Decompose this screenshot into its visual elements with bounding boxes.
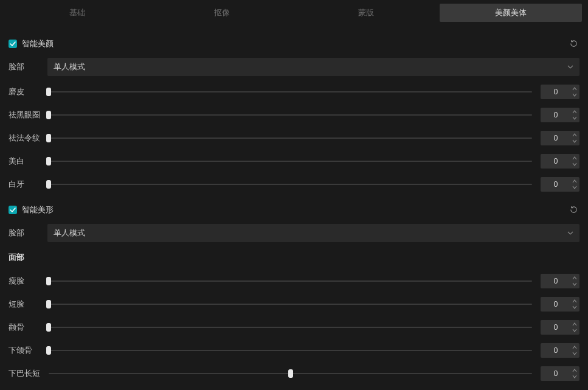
shape-slider-thumb[interactable] bbox=[46, 323, 51, 332]
shape-slider-thumb[interactable] bbox=[46, 346, 51, 355]
face-label-a: 脸部 bbox=[9, 62, 40, 72]
shape-spin-input[interactable]: 0 bbox=[541, 320, 579, 335]
section-title-smart-beauty: 智能美颜 bbox=[22, 38, 54, 49]
shape-slider-row: 下颌骨0 bbox=[9, 343, 579, 358]
shape-slider-thumb[interactable] bbox=[288, 369, 293, 378]
face-label-b: 脸部 bbox=[9, 228, 40, 239]
shape-slider-label: 下颌骨 bbox=[9, 346, 40, 356]
top-tabs: 基础 抠像 蒙版 美颜美体 bbox=[0, 0, 588, 24]
shape-slider-track[interactable] bbox=[49, 373, 532, 374]
shape-slider-track[interactable] bbox=[49, 350, 532, 351]
spin-down-icon[interactable] bbox=[571, 351, 578, 357]
shape-slider-thumb[interactable] bbox=[46, 300, 51, 308]
spin-up-icon[interactable] bbox=[571, 368, 578, 374]
shape-slider-track[interactable] bbox=[49, 304, 532, 305]
spin-down-icon[interactable] bbox=[571, 328, 578, 333]
shape-slider-track[interactable] bbox=[49, 327, 532, 328]
spin-up-icon[interactable] bbox=[571, 322, 578, 327]
smart-beauty-sliders: 磨皮0祛黑眼圈0祛法令纹0美白0白牙0 bbox=[9, 85, 579, 192]
beauty-slider-label: 磨皮 bbox=[9, 87, 40, 97]
smart-shape-checkbox[interactable] bbox=[9, 206, 17, 214]
shape-spin-input[interactable]: 0 bbox=[541, 297, 579, 312]
beauty-slider-label: 美白 bbox=[9, 156, 40, 167]
beauty-slider-thumb[interactable] bbox=[46, 180, 51, 189]
face-mode-select-a[interactable]: 单人模式 bbox=[47, 58, 579, 76]
beauty-slider-track[interactable] bbox=[49, 114, 532, 116]
beauty-slider-track[interactable] bbox=[49, 184, 532, 185]
beauty-slider-track[interactable] bbox=[49, 161, 532, 162]
face-mode-row-b: 脸部 单人模式 bbox=[9, 224, 579, 242]
spin-up-icon[interactable] bbox=[571, 133, 578, 138]
section-title-smart-shape: 智能美形 bbox=[22, 204, 54, 215]
spin-down-icon[interactable] bbox=[571, 139, 578, 144]
chevron-down-icon bbox=[567, 64, 573, 70]
beauty-spin-input[interactable]: 0 bbox=[541, 108, 579, 122]
spin-up-icon[interactable] bbox=[571, 86, 578, 92]
beauty-spin-input[interactable]: 0 bbox=[541, 177, 579, 192]
shape-slider-row: 瘦脸0 bbox=[9, 274, 579, 288]
shape-slider-row: 下巴长短0 bbox=[9, 366, 579, 381]
tab-keying[interactable]: 抠像 bbox=[151, 4, 293, 22]
face-mode-select-b[interactable]: 单人模式 bbox=[47, 224, 579, 242]
spin-up-icon[interactable] bbox=[571, 299, 578, 304]
beauty-slider-thumb[interactable] bbox=[46, 88, 51, 96]
beauty-slider-thumb[interactable] bbox=[46, 111, 51, 119]
beauty-slider-thumb[interactable] bbox=[46, 134, 51, 142]
shape-slider-track[interactable] bbox=[49, 280, 532, 282]
beauty-slider-label: 祛法令纹 bbox=[9, 133, 40, 144]
shape-spin-input[interactable]: 0 bbox=[541, 274, 579, 288]
spin-up-icon[interactable] bbox=[571, 345, 578, 350]
beauty-slider-row: 祛黑眼圈0 bbox=[9, 108, 579, 122]
chevron-down-icon bbox=[567, 230, 573, 236]
beauty-slider-row: 白牙0 bbox=[9, 177, 579, 192]
beauty-spin-input[interactable]: 0 bbox=[541, 154, 579, 169]
spin-down-icon[interactable] bbox=[571, 305, 578, 310]
spin-down-icon[interactable] bbox=[571, 374, 578, 380]
tab-mask[interactable]: 蒙版 bbox=[296, 4, 438, 22]
shape-slider-label: 下巴长短 bbox=[9, 369, 40, 379]
spin-down-icon[interactable] bbox=[571, 116, 578, 121]
spin-up-icon[interactable] bbox=[571, 110, 578, 115]
beauty-slider-label: 白牙 bbox=[9, 179, 40, 190]
smart-shape-sliders: 瘦脸0短脸0颧骨0下颌骨0下巴长短0 bbox=[9, 274, 579, 381]
beauty-slider-row: 磨皮0 bbox=[9, 85, 579, 99]
tab-basic[interactable]: 基础 bbox=[6, 4, 148, 22]
section-smart-beauty-header: 智能美颜 bbox=[9, 38, 579, 49]
shape-slider-label: 瘦脸 bbox=[9, 276, 40, 287]
beauty-slider-row: 祛法令纹0 bbox=[9, 131, 579, 145]
section-smart-shape-header: 智能美形 bbox=[9, 204, 579, 215]
spin-down-icon[interactable] bbox=[571, 92, 578, 98]
reset-icon[interactable] bbox=[568, 204, 579, 215]
smart-beauty-checkbox[interactable] bbox=[9, 40, 17, 48]
face-mode-value-b: 单人模式 bbox=[54, 228, 85, 239]
tab-beauty[interactable]: 美颜美体 bbox=[440, 4, 582, 22]
shape-slider-label: 短脸 bbox=[9, 299, 40, 310]
face-mode-row-a: 脸部 单人模式 bbox=[9, 58, 579, 76]
beauty-spin-input[interactable]: 0 bbox=[541, 85, 579, 99]
shape-spin-input[interactable]: 0 bbox=[541, 343, 579, 358]
spin-down-icon[interactable] bbox=[571, 185, 578, 190]
spin-up-icon[interactable] bbox=[571, 276, 578, 281]
beauty-slider-track[interactable] bbox=[49, 91, 532, 92]
reset-icon[interactable] bbox=[568, 38, 579, 49]
spin-down-icon[interactable] bbox=[571, 282, 578, 287]
beauty-slider-row: 美白0 bbox=[9, 154, 579, 169]
shape-slider-row: 短脸0 bbox=[9, 297, 579, 312]
beauty-slider-track[interactable] bbox=[49, 138, 532, 139]
spin-up-icon[interactable] bbox=[571, 156, 578, 161]
shape-slider-label: 颧骨 bbox=[9, 322, 40, 333]
spin-up-icon[interactable] bbox=[571, 179, 578, 184]
face-mode-value-a: 单人模式 bbox=[54, 61, 85, 72]
shape-spin-input[interactable]: 0 bbox=[541, 366, 579, 381]
shape-slider-thumb[interactable] bbox=[46, 277, 51, 285]
beauty-slider-label: 祛黑眼圈 bbox=[9, 110, 40, 120]
beauty-spin-input[interactable]: 0 bbox=[541, 131, 579, 145]
shape-slider-row: 颧骨0 bbox=[9, 320, 579, 335]
content-panel: 智能美颜 脸部 单人模式 磨皮0祛黑眼圈0祛法令纹0美白0白牙0 智能美形 脸部… bbox=[0, 24, 588, 381]
face-subheading: 面部 bbox=[9, 252, 579, 263]
spin-down-icon[interactable] bbox=[571, 162, 578, 167]
beauty-slider-thumb[interactable] bbox=[46, 157, 51, 165]
